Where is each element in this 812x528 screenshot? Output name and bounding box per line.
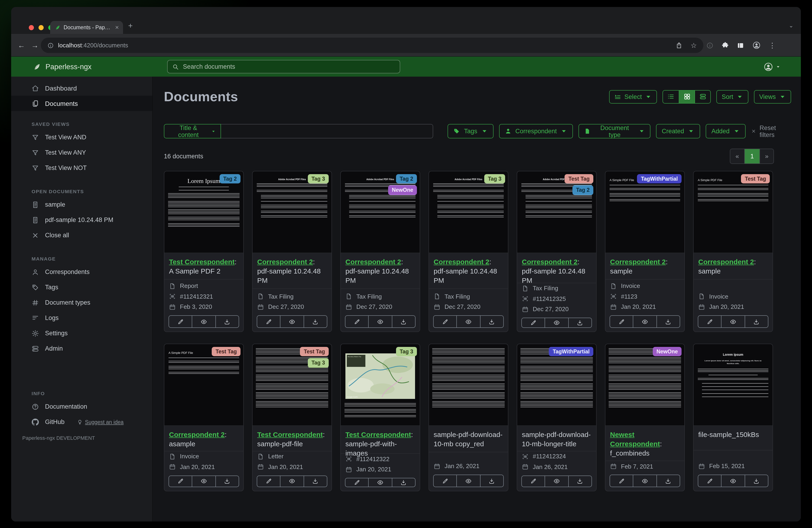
sidebar-item-document-types[interactable]: Document types: [11, 295, 152, 310]
preview-button[interactable]: [368, 316, 392, 327]
document-card[interactable]: Adobe Acrobat PDF Files Tag 3 Correspond…: [252, 171, 332, 332]
correspondent-link[interactable]: Correspondent 2: [169, 430, 225, 438]
global-search[interactable]: [167, 60, 400, 73]
preview-button[interactable]: [633, 475, 656, 487]
sidebar-item-test-view-any[interactable]: Test View ANY: [11, 145, 152, 160]
tag-badge-newone[interactable]: NewOne: [653, 347, 682, 356]
correspondent-link[interactable]: Test Correspondent: [345, 430, 411, 438]
tag-badge-tagwithpartial[interactable]: TagWithPartial: [637, 174, 682, 184]
download-button[interactable]: [215, 476, 238, 487]
tag-badge-test-tag[interactable]: Test Tag: [300, 347, 329, 356]
correspondent-link[interactable]: Correspondent 2: [610, 258, 666, 266]
edit-button[interactable]: [610, 316, 633, 327]
site-info-icon[interactable]: [47, 42, 54, 48]
sort-button[interactable]: Sort: [716, 90, 749, 103]
download-button[interactable]: [744, 316, 768, 327]
correspondent-link[interactable]: Test Correspondent: [257, 430, 323, 438]
tag-badge-tag-2[interactable]: Tag 2: [220, 174, 241, 184]
preview-button[interactable]: [545, 318, 568, 327]
tab-close-icon[interactable]: [115, 25, 119, 30]
preview-button[interactable]: [633, 316, 656, 327]
correspondent-link[interactable]: Correspondent 2: [257, 258, 313, 266]
list-view-button[interactable]: [663, 90, 679, 103]
preview-button[interactable]: [456, 475, 480, 487]
document-card[interactable]: Lorem Ipsum Tag 2 Test Correspondent: A …: [164, 171, 244, 332]
tag-badge-test-tag[interactable]: Test Tag: [741, 174, 770, 184]
correspondent-link[interactable]: Correspondent 2: [522, 258, 578, 266]
download-button[interactable]: [480, 316, 503, 327]
sidebar-item-github[interactable]: GitHubSuggest an idea: [11, 414, 152, 430]
minimize-window-button[interactable]: [39, 25, 44, 30]
forward-button[interactable]: →: [31, 41, 39, 49]
tag-badge-test-tag[interactable]: Test Tag: [212, 347, 241, 356]
detail-view-button[interactable]: [695, 90, 711, 103]
back-button[interactable]: ←: [18, 41, 25, 49]
edit-button[interactable]: [169, 476, 192, 487]
edit-button[interactable]: [345, 478, 368, 487]
bookmark-star-icon[interactable]: ☆: [691, 41, 697, 49]
preview-button[interactable]: [192, 476, 215, 487]
edit-button[interactable]: [434, 316, 456, 327]
search-input[interactable]: [183, 63, 395, 70]
new-tab-button[interactable]: +: [128, 22, 133, 31]
document-card[interactable]: A Simple PDF File TagWithPartial Corresp…: [605, 171, 685, 332]
document-card[interactable]: Adobe Acrobat PDF Files Tag 3 Correspond…: [429, 171, 508, 332]
added-filter-button[interactable]: Added: [706, 124, 746, 138]
download-button[interactable]: [392, 316, 415, 327]
current-page-button[interactable]: 1: [744, 149, 759, 163]
created-filter-button[interactable]: Created: [656, 124, 700, 138]
views-button[interactable]: Views: [754, 90, 791, 103]
share-icon[interactable]: [675, 42, 682, 49]
download-button[interactable]: [215, 316, 238, 327]
browser-profile-avatar[interactable]: [752, 41, 761, 50]
document-card[interactable]: Test TagTag 3 Test Correspondent: sample…: [252, 344, 332, 491]
document-card[interactable]: NewOne Newest Correspondent: f_combineds…: [605, 344, 685, 491]
preview-button[interactable]: [368, 478, 392, 487]
correspondent-link[interactable]: Test Correspondent: [169, 258, 235, 266]
tag-badge-tag-3[interactable]: Tag 3: [396, 347, 417, 356]
sidebar-item-pdf-sample-10-24-48-pm[interactable]: pdf-sample 10.24.48 PM: [11, 212, 152, 228]
edit-button[interactable]: [434, 475, 456, 487]
user-menu[interactable]: [763, 57, 780, 76]
document-card[interactable]: Adobe Acrobat PDF Files Tag 2NewOne Corr…: [340, 171, 420, 332]
edit-button[interactable]: [169, 316, 192, 327]
edit-button[interactable]: [610, 475, 633, 487]
preview-button[interactable]: [721, 316, 745, 327]
browser-menu-kebab-icon[interactable]: ⋮: [769, 41, 776, 49]
filter-field-dropdown[interactable]: Title & content: [164, 124, 221, 138]
document-type-filter-button[interactable]: Document type: [579, 124, 651, 138]
document-card[interactable]: A Simple PDF File Test Tag Correspondent…: [164, 344, 244, 491]
download-button[interactable]: [303, 476, 327, 487]
disabled-extension-icon[interactable]: [706, 42, 714, 49]
correspondent-link[interactable]: Newest Correspondent: [610, 430, 660, 448]
side-panel-icon[interactable]: [737, 42, 744, 49]
sidebar-item-tags[interactable]: Tags: [11, 280, 152, 295]
edit-button[interactable]: [522, 318, 545, 327]
extensions-puzzle-icon[interactable]: [722, 42, 729, 49]
preview-button[interactable]: [545, 476, 568, 487]
tab-search-chevron-icon[interactable]: ⌄: [789, 22, 794, 29]
sidebar-item-documentation[interactable]: Documentation: [11, 399, 152, 414]
close-window-button[interactable]: [29, 25, 34, 30]
sidebar-item-dashboard[interactable]: Dashboard: [11, 80, 152, 96]
address-bar[interactable]: localhost:4200/documents ☆: [41, 38, 704, 53]
document-card[interactable]: sample-pdf-download-10-mb copy_red Jan 2…: [429, 344, 508, 491]
sidebar-item-sample[interactable]: sample: [11, 197, 152, 212]
download-button[interactable]: [656, 316, 680, 327]
sidebar-item-close-all[interactable]: Close all: [11, 228, 152, 243]
preview-button[interactable]: [192, 316, 215, 327]
edit-button[interactable]: [698, 316, 721, 327]
suggest-idea-link[interactable]: Suggest an idea: [77, 419, 124, 425]
document-card[interactable]: Adobe Acrobat PDF Files Test TagTag 2 Co…: [517, 171, 597, 332]
download-button[interactable]: [656, 475, 680, 487]
tag-badge-tagwithpartial[interactable]: TagWithPartial: [549, 347, 593, 356]
previous-page-button[interactable]: «: [730, 149, 744, 163]
edit-button[interactable]: [522, 476, 545, 487]
download-button[interactable]: [392, 478, 415, 487]
correspondent-filter-button[interactable]: Correspondent: [499, 124, 573, 138]
document-card[interactable]: Lorem ipsumLorem ipsum dolor sit amet, c…: [693, 344, 773, 491]
tags-filter-button[interactable]: Tags: [448, 124, 494, 138]
sidebar-item-admin[interactable]: Admin: [11, 341, 152, 356]
filter-text-input[interactable]: [221, 124, 433, 138]
download-button[interactable]: [568, 476, 592, 487]
